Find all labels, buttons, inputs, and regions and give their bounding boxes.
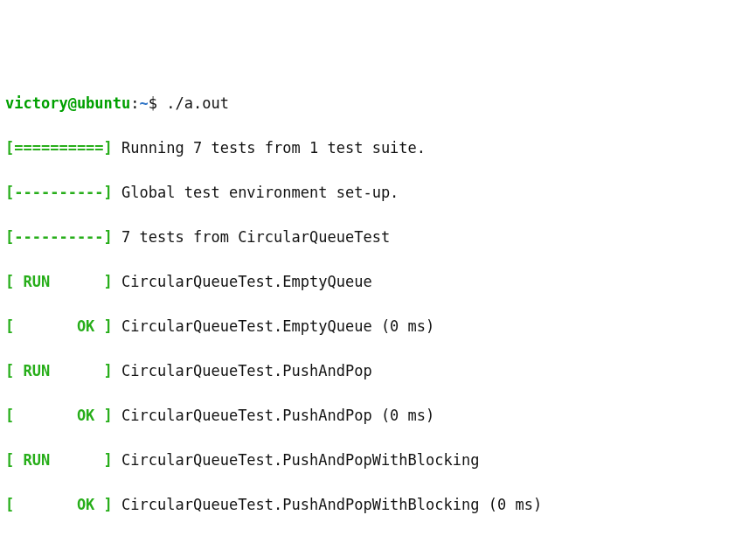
output-line: [==========] Running 7 tests from 1 test… <box>5 137 751 160</box>
output-line: [ OK ] CircularQueueTest.PushAndPopWithB… <box>5 494 751 517</box>
status-tag: [ RUN ] <box>5 273 113 290</box>
status-tag: [ OK ] <box>5 317 113 335</box>
status-text: CircularQueueTest.PushAndPopWithBlocking… <box>121 496 542 513</box>
command-text: ./a.out <box>166 94 229 112</box>
status-text: 7 tests from CircularQueueTest <box>121 228 390 246</box>
status-tag: [ OK ] <box>5 407 113 424</box>
prompt-path: ~ <box>140 94 149 112</box>
prompt-user: victory@ubuntu <box>5 94 130 112</box>
prompt-line-1[interactable]: victory@ubuntu:~$ ./a.out <box>5 93 751 115</box>
status-tag: [ RUN ] <box>5 451 113 469</box>
status-text: CircularQueueTest.PushAndPop (0 ms) <box>121 407 434 424</box>
status-text: CircularQueueTest.EmptyQueue <box>121 273 372 290</box>
status-text: CircularQueueTest.PushAndPop <box>121 362 372 379</box>
output-line: [ OK ] CircularQueueTest.PushAndPop (0 m… <box>5 405 751 428</box>
status-text: CircularQueueTest.EmptyQueue (0 ms) <box>121 317 434 335</box>
status-text: Running 7 tests from 1 test suite. <box>121 139 426 157</box>
status-text: CircularQueueTest.PushAndPopWithBlocking <box>121 451 479 469</box>
output-line: [ RUN ] CircularQueueTest.EmptyQueue <box>5 271 751 294</box>
status-tag: [ RUN ] <box>5 362 113 379</box>
output-line: [ RUN ] CircularQueueTest.PushAndPopWith… <box>5 449 751 472</box>
status-tag: [ OK ] <box>5 496 113 513</box>
output-line: [----------] 7 tests from CircularQueueT… <box>5 226 751 249</box>
prompt-dollar: $ <box>149 94 157 112</box>
status-tag: [----------] <box>5 184 113 201</box>
output-line: [ RUN ] CircularQueueTest.PushAndPop <box>5 360 751 383</box>
status-text: Global test environment set-up. <box>121 184 399 201</box>
output-line: [ OK ] CircularQueueTest.EmptyQueue (0 m… <box>5 316 751 338</box>
status-tag: [----------] <box>5 228 113 246</box>
output-line: [----------] Global test environment set… <box>5 182 751 205</box>
prompt-sep: : <box>130 94 139 112</box>
status-tag: [==========] <box>5 139 113 157</box>
